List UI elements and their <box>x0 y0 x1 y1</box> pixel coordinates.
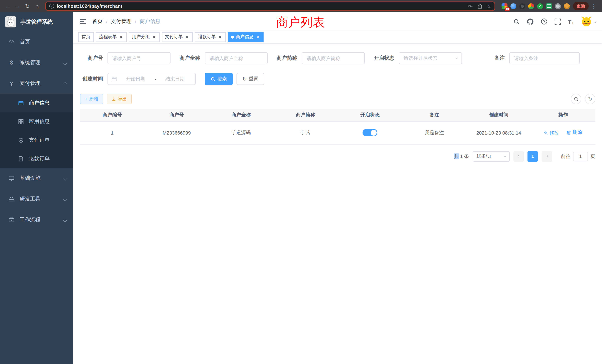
status-select[interactable]: 请选择开启状态 <box>399 52 462 64</box>
merchant-no-input[interactable] <box>108 52 171 64</box>
chevron-down-icon <box>63 198 67 202</box>
search-icon[interactable] <box>514 18 520 25</box>
page-info-icon[interactable]: i <box>49 4 54 9</box>
sidebar-item-refund-order[interactable]: 退款订单 <box>0 149 73 168</box>
extensions-pin-icon[interactable] <box>555 3 561 9</box>
github-icon[interactable] <box>527 18 534 25</box>
toggle-search-button[interactable] <box>571 94 581 104</box>
fullscreen-icon[interactable] <box>555 18 561 25</box>
breadcrumb-home[interactable]: 首页 <box>92 18 103 25</box>
tab-pay-order[interactable]: 支付订单× <box>162 32 193 42</box>
chevron-up-icon <box>63 82 67 86</box>
search-button[interactable]: 搜索 <box>205 73 233 85</box>
tags-view-bar: 首页 流程表单× 用户分组× 支付订单× 退款订单× 商户信息× <box>73 31 602 43</box>
download-icon <box>112 97 116 101</box>
page-size-select[interactable]: 10条/页 <box>473 151 510 161</box>
date-range-picker[interactable]: 开始日期 - 结束日期 <box>108 73 196 85</box>
help-icon[interactable] <box>541 18 548 25</box>
extension-avatar-icon[interactable] <box>528 3 534 9</box>
browser-update-button[interactable]: 更新 <box>573 2 589 10</box>
tab-user-group[interactable]: 用户分组× <box>129 32 160 42</box>
edit-link[interactable]: ✎修改 <box>544 130 559 136</box>
extension-green-icon[interactable]: ✓ <box>537 3 543 9</box>
pagination: 共 1 条 10条/页 1 前往 页 <box>80 151 595 161</box>
bookmark-star-icon[interactable]: ☆ <box>486 3 491 9</box>
tab-process-form[interactable]: 流程表单× <box>96 32 127 42</box>
plus-icon: + <box>85 96 87 102</box>
chevron-right-icon <box>546 155 548 158</box>
cell-status <box>338 121 402 144</box>
refresh-icon: ↻ <box>588 96 592 102</box>
sidebar-item-system[interactable]: ⚙ 系统管理 <box>0 52 73 73</box>
extension-grid-icon[interactable]: 10 <box>502 3 507 9</box>
sidebar-menu: 首页 ⚙ 系统管理 ¥ 支付管理 <box>0 32 73 230</box>
sidebar-item-infrastructure[interactable]: 基础设施 <box>0 168 73 189</box>
sidebar-item-merchant-info[interactable]: 商户信息 <box>0 94 73 112</box>
tab-label: 支付订单 <box>165 34 183 40</box>
tab-label: 商户信息 <box>236 34 254 40</box>
extension-notes-icon[interactable] <box>546 3 552 9</box>
extension-dark-icon[interactable] <box>519 3 525 9</box>
breadcrumb-payment[interactable]: 支付管理 <box>111 18 132 25</box>
sidebar-item-dev-tools[interactable]: 研发工具 <box>0 189 73 209</box>
extension-drop-icon[interactable] <box>510 3 516 9</box>
home-icon[interactable]: ⌂ <box>33 2 42 11</box>
breadcrumb: 首页 / 支付管理 / 商户信息 <box>92 18 161 25</box>
close-icon[interactable]: × <box>185 34 189 39</box>
table-row: 1 M233666999 芋道源码 芋艿 我是备注 2021-10-23 08:… <box>80 121 595 144</box>
add-button[interactable]: + 新增 <box>80 94 103 104</box>
back-icon[interactable]: ← <box>4 2 13 11</box>
status-toggle[interactable] <box>363 129 377 136</box>
status-select-placeholder: 请选择开启状态 <box>404 55 437 62</box>
short-name-input[interactable] <box>302 52 365 64</box>
sidebar-item-label: 研发工具 <box>20 196 40 202</box>
font-size-icon[interactable]: TT <box>568 18 574 25</box>
reset-button[interactable]: ↻ 重置 <box>236 73 264 85</box>
forward-icon[interactable]: → <box>13 2 22 11</box>
user-avatar[interactable] <box>581 16 596 27</box>
export-button-label: 导出 <box>118 96 127 102</box>
prev-page-button[interactable] <box>513 151 524 161</box>
close-icon[interactable]: × <box>119 34 123 39</box>
col-status: 开启状态 <box>338 109 402 121</box>
top-navbar: 首页 / 支付管理 / 商户信息 <box>73 12 602 31</box>
tab-refund-order[interactable]: 退款订单× <box>195 32 226 42</box>
close-icon[interactable]: × <box>255 34 260 39</box>
tab-merchant-info[interactable]: 商户信息× <box>228 32 264 42</box>
dashboard-icon <box>8 39 15 45</box>
browser-toolbar: ← → ↻ ⌂ i localhost:1024/pay/merchant ☆ … <box>0 0 602 12</box>
tab-home[interactable]: 首页 <box>78 32 94 42</box>
app-logo[interactable]: 芋道管理系统 <box>0 12 73 32</box>
payment-submenu: 商户信息 应用信息 支付订单 <box>0 94 73 168</box>
remark-input[interactable] <box>509 52 580 64</box>
profile-avatar-icon[interactable] <box>564 3 570 9</box>
end-date-placeholder: 结束日期 <box>158 76 192 82</box>
next-page-button[interactable] <box>542 151 552 161</box>
sidebar-toggle-icon[interactable] <box>79 18 87 25</box>
sidebar-item-workflow[interactable]: 工作流程 <box>0 209 73 230</box>
filter-row-1: 商户号 商户全称 商户简称 开启状态 请选择开启状态 <box>80 52 595 64</box>
sidebar-item-home[interactable]: 首页 <box>0 32 73 52</box>
cell-short-name: 芋艿 <box>273 121 338 144</box>
extension-badge: 10 <box>505 7 510 11</box>
sidebar-item-payment[interactable]: ¥ 支付管理 <box>0 73 73 94</box>
app-title: 芋道管理系统 <box>20 18 53 25</box>
address-bar[interactable]: i localhost:1024/pay/merchant ☆ <box>45 1 495 11</box>
col-create-time: 创建时间 <box>466 109 531 121</box>
goto-page-input[interactable] <box>573 151 588 161</box>
password-key-icon[interactable] <box>468 3 473 9</box>
sidebar-item-app-info[interactable]: 应用信息 <box>0 112 73 131</box>
page-1-button[interactable]: 1 <box>527 151 538 161</box>
export-button[interactable]: 导出 <box>107 94 132 104</box>
chevron-down-icon <box>63 177 67 181</box>
full-name-input[interactable] <box>205 52 268 64</box>
sidebar-item-pay-order[interactable]: 支付订单 <box>0 131 73 149</box>
browser-menu-icon[interactable]: ⋮ <box>589 2 598 11</box>
reload-icon[interactable]: ↻ <box>23 2 32 11</box>
refresh-table-button[interactable]: ↻ <box>585 94 595 104</box>
start-date-placeholder: 开始日期 <box>119 76 152 82</box>
close-icon[interactable]: × <box>218 34 222 39</box>
delete-link[interactable]: 删除 <box>566 129 582 136</box>
share-icon[interactable] <box>478 3 483 9</box>
close-icon[interactable]: × <box>152 34 156 39</box>
